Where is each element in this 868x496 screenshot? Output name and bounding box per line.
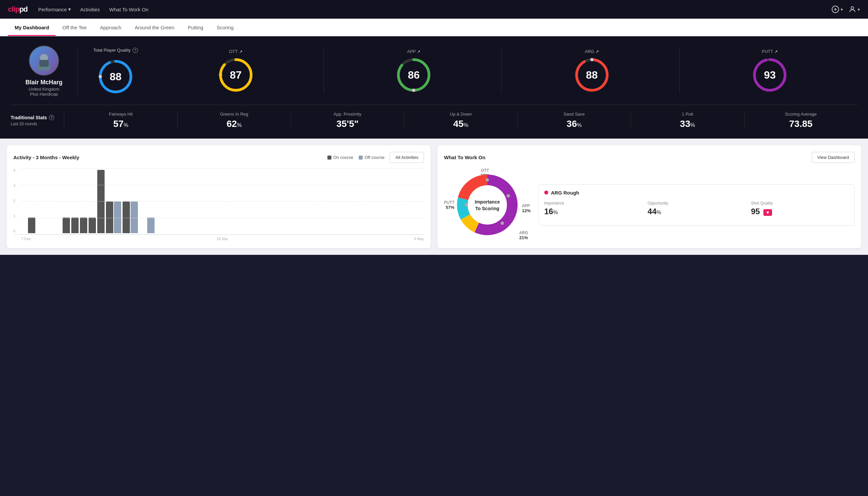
player-handicap: Plus Handicap (30, 92, 58, 97)
bar-off-course[interactable] (130, 202, 138, 233)
stat-fairways-hit: Fairways Hit 57% (64, 112, 177, 129)
traditional-stats: Traditional Stats ? Last 20 rounds Fairw… (11, 105, 857, 129)
svg-text:Importance: Importance (475, 199, 500, 204)
svg-point-32 (464, 203, 468, 206)
ott-label: OTT ↗ (229, 49, 242, 54)
tab-off-the-tee[interactable]: Off the Tee (56, 19, 93, 36)
bar-group-may1 (139, 218, 155, 233)
scores-section: Total Player Quality ? 88 OTT ↗ (77, 48, 857, 95)
on-course-dot (327, 156, 331, 159)
bar-on-course[interactable] (80, 218, 87, 233)
chart-x-labels: 7 Feb 28 Mar 9 May (13, 237, 424, 241)
bar-group-apr3 (123, 202, 138, 233)
tpq-help-icon[interactable]: ? (132, 48, 138, 53)
shot-quality-badge: ▼ (763, 209, 772, 216)
putt-value: 93 (764, 69, 776, 81)
stats-subtitle: Last 20 rounds (11, 122, 64, 126)
svg-point-29 (486, 178, 489, 182)
tab-my-dashboard[interactable]: My Dashboard (8, 19, 56, 36)
putt-donut-label: PUTT 57% (444, 200, 454, 210)
hero-section: Blair McHarg United Kingdom Plus Handica… (0, 36, 868, 139)
donut-svg: Importance To Scoring (454, 172, 521, 238)
chart-container: 4 3 2 1 0 7 Feb (13, 168, 424, 241)
chart-area: 4 3 2 1 0 (13, 168, 424, 235)
tab-around-the-green[interactable]: Around the Green (128, 19, 181, 36)
app-value: 86 (408, 69, 420, 81)
bar-group-mar4 (89, 218, 96, 233)
y-axis: 4 3 2 1 0 (13, 168, 18, 233)
bar-on-course[interactable] (71, 218, 79, 233)
add-button[interactable]: ▾ (831, 5, 843, 13)
stat-scoring-average: Scoring Average 73.85 (744, 112, 857, 129)
stats-help-icon[interactable]: ? (49, 115, 54, 120)
tab-putting[interactable]: Putting (181, 19, 210, 36)
legend-on-course: On course (327, 155, 353, 160)
arg-rough-title: ARG Rough (544, 190, 849, 196)
stat-1-putt: 1 Putt 33% (631, 112, 744, 129)
bar-group-apr1 (97, 170, 105, 233)
bar-group-apr2 (106, 202, 121, 233)
user-menu[interactable]: ▾ (848, 5, 860, 13)
what-card-header: What To Work On View Dashboard (444, 152, 855, 163)
nav-right: ▾ ▾ (831, 5, 860, 13)
stat-app-proximity: App. Proximity 35'5" (291, 112, 404, 129)
ott-ring: 87 (218, 57, 254, 93)
bar-on-course[interactable] (89, 218, 96, 233)
tpq-title: Total Player Quality ? (93, 48, 138, 53)
putt-label: PUTT ↗ (762, 49, 778, 54)
arg-ring: 88 (573, 57, 610, 93)
hero-top: Blair McHarg United Kingdom Plus Handica… (11, 46, 857, 97)
donut-area: OTT 10% APP 12% ARG 21% PUTT (444, 168, 531, 242)
nav-links: Performance ▾ Activities What To Work On (38, 5, 821, 14)
bottom-section: Activity - 3 Months - Weekly On course O… (0, 139, 868, 255)
bar-group-feb1 (28, 218, 35, 233)
ott-value: 87 (230, 69, 242, 81)
bar-on-course[interactable] (123, 202, 130, 233)
tpq-section: Total Player Quality ? 88 (85, 48, 145, 95)
main-score-ring: 88 (97, 58, 134, 95)
bar-on-course[interactable] (63, 218, 70, 233)
app-donut-label: APP 12% (522, 203, 531, 213)
score-arg: ARG ↗ 88 (504, 49, 680, 93)
svg-text:To Scoring: To Scoring (475, 206, 499, 211)
score-ott: OTT ↗ 87 (148, 49, 324, 93)
opportunity-metric: Opportunity 44% (647, 201, 745, 216)
arg-value: 88 (586, 69, 598, 81)
activity-card-title: Activity - 3 Months - Weekly (13, 155, 79, 160)
bar-off-course[interactable] (114, 202, 121, 233)
what-card-title: What To Work On (444, 155, 485, 160)
importance-metric: Importance 16% (544, 201, 642, 216)
tab-approach[interactable]: Approach (93, 19, 128, 36)
player-country: United Kingdom (29, 87, 60, 92)
stat-sand-save: Sand Save 36% (517, 112, 631, 129)
arg-rough-metrics: Importance 16% Opportunity 44% Shot Qual… (544, 201, 849, 216)
grid-line-0 (21, 234, 424, 234)
svg-point-3 (851, 7, 854, 9)
stats-label-col: Traditional Stats ? Last 20 rounds (11, 115, 64, 126)
bar-on-course[interactable] (28, 218, 35, 233)
bars-wrapper (20, 168, 424, 233)
logo[interactable]: clippd (8, 5, 28, 14)
shot-quality-metric: Shot Quality 95 ▼ (751, 201, 849, 216)
bar-off-course[interactable] (147, 218, 155, 233)
stats-title: Traditional Stats ? (11, 115, 64, 120)
bar-on-course[interactable] (106, 202, 113, 233)
player-name: Blair McHarg (25, 79, 62, 86)
arg-label: ARG ↗ (585, 49, 599, 54)
tab-scoring[interactable]: Scoring (210, 19, 240, 36)
tab-bar: My Dashboard Off the Tee Approach Around… (0, 19, 868, 36)
app-label: APP ↗ (407, 49, 420, 54)
stat-greens-in-reg: Greens In Reg 62% (177, 112, 290, 129)
bar-group-mar1 (63, 218, 70, 233)
nav-performance[interactable]: Performance ▾ (38, 5, 71, 14)
all-activities-button[interactable]: All Activities (390, 152, 424, 163)
nav-what-to-work-on[interactable]: What To Work On (109, 5, 148, 14)
bar-group-mar3 (80, 218, 87, 233)
score-app: APP ↗ 86 (327, 49, 502, 93)
svg-point-30 (507, 194, 510, 198)
main-score-value: 88 (110, 70, 122, 83)
putt-ring: 93 (752, 57, 788, 93)
nav-activities[interactable]: Activities (80, 5, 100, 14)
view-dashboard-button[interactable]: View Dashboard (812, 152, 855, 163)
bar-on-course[interactable] (97, 170, 105, 233)
